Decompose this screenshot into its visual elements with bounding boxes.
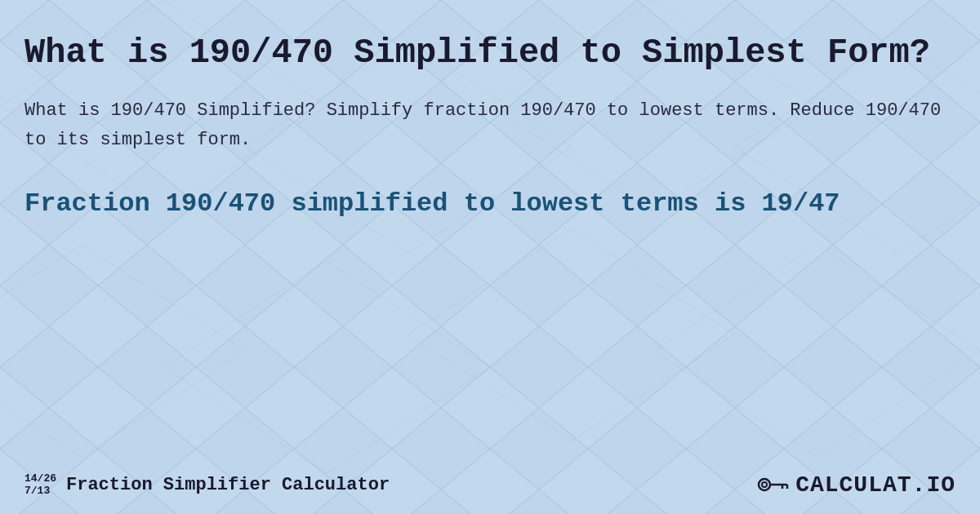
svg-point-16 bbox=[762, 482, 767, 487]
svg-point-15 bbox=[759, 479, 770, 490]
logo-text: CALCULAT.IO bbox=[795, 472, 956, 498]
fraction-top: 14/26 bbox=[24, 472, 56, 485]
footer: 14/26 7/13 Fraction Simplifier Calculato… bbox=[24, 472, 956, 498]
footer-left: 14/26 7/13 Fraction Simplifier Calculato… bbox=[24, 472, 390, 498]
result-section: Fraction 190/470 simplified to lowest te… bbox=[24, 187, 956, 221]
result-text: Fraction 190/470 simplified to lowest te… bbox=[24, 187, 956, 221]
page-title: What is 190/470 Simplified to Simplest F… bbox=[24, 33, 956, 73]
page-description: What is 190/470 Simplified? Simplify fra… bbox=[24, 96, 956, 153]
logo-area: CALCULAT.IO bbox=[756, 472, 956, 498]
footer-fractions: 14/26 7/13 bbox=[24, 472, 56, 498]
footer-site-title: Fraction Simplifier Calculator bbox=[66, 475, 390, 495]
fraction-bottom: 7/13 bbox=[24, 485, 56, 498]
logo-icon bbox=[756, 472, 789, 497]
